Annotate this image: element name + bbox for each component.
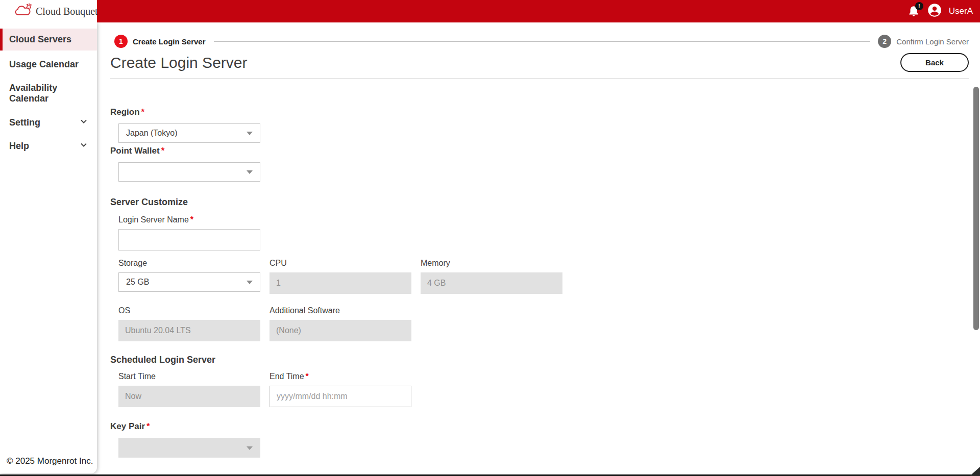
sidebar-item-usage-calendar[interactable]: Usage Calendar bbox=[0, 55, 97, 74]
required-asterisk: * bbox=[146, 421, 150, 431]
os-input bbox=[118, 320, 260, 341]
memory-input bbox=[421, 272, 562, 294]
stepper: 1 Create Login Server 2 Confirm Login Se… bbox=[110, 35, 969, 48]
end-time-input[interactable] bbox=[270, 386, 411, 407]
step-1: 1 Create Login Server bbox=[114, 35, 206, 48]
create-login-server-form: Region* Japan (Tokyo) Point Wallet* Serv… bbox=[110, 79, 969, 458]
region-label: Region* bbox=[110, 107, 969, 118]
required-asterisk: * bbox=[190, 215, 193, 224]
notification-badge: ! bbox=[915, 2, 923, 10]
sidebar-item-label: Help bbox=[9, 141, 29, 152]
login-server-name-label: Login Server Name* bbox=[118, 215, 969, 226]
sidebar-item-availability-calendar[interactable]: Availability Calendar bbox=[0, 78, 97, 108]
user-name[interactable]: UserA bbox=[949, 6, 973, 16]
sidebar-item-label: Usage Calendar bbox=[9, 59, 79, 70]
storage-label: Storage bbox=[118, 259, 260, 269]
end-time-label: End Time* bbox=[270, 372, 411, 382]
required-asterisk: * bbox=[161, 146, 165, 156]
scheduled-login-server-heading: Scheduled Login Server bbox=[110, 355, 969, 366]
chevron-down-icon bbox=[80, 117, 88, 128]
dropdown-caret-icon bbox=[247, 132, 253, 135]
key-pair-label: Key Pair* bbox=[110, 421, 969, 433]
additional-software-label: Additional Software bbox=[270, 306, 411, 316]
region-select[interactable]: Japan (Tokyo) bbox=[118, 123, 260, 143]
os-label: OS bbox=[118, 306, 260, 316]
sidebar: Cloud Servers Usage Calendar Availabilit… bbox=[0, 22, 97, 473]
bell-icon bbox=[907, 11, 920, 19]
main-content: 1 Create Login Server 2 Confirm Login Se… bbox=[97, 22, 980, 476]
notifications-button[interactable]: ! bbox=[907, 5, 920, 18]
step-1-label: Create Login Server bbox=[133, 37, 206, 46]
stepper-connector bbox=[214, 41, 870, 42]
key-pair-select bbox=[118, 438, 260, 458]
sidebar-item-help[interactable]: Help bbox=[0, 136, 97, 156]
sidebar-item-cloud-servers[interactable]: Cloud Servers bbox=[0, 29, 97, 51]
back-button[interactable]: Back bbox=[900, 53, 969, 72]
page-title: Create Login Server bbox=[110, 54, 247, 71]
dropdown-caret-icon bbox=[247, 446, 253, 450]
storage-value: 25 GB bbox=[126, 278, 149, 287]
additional-software-input bbox=[270, 320, 411, 341]
sidebar-item-label: Setting bbox=[9, 117, 40, 128]
dropdown-caret-icon bbox=[247, 281, 253, 284]
resize-grip bbox=[970, 467, 980, 476]
brand-name: Cloud Bouquet bbox=[36, 6, 98, 17]
storage-select[interactable]: 25 GB bbox=[118, 272, 260, 292]
copyright: © 2025 Morgenrot Inc. bbox=[7, 456, 93, 466]
required-asterisk: * bbox=[306, 372, 309, 381]
cpu-input bbox=[270, 272, 411, 294]
cloud-bouquet-logo-icon bbox=[13, 3, 33, 19]
point-wallet-label: Point Wallet* bbox=[110, 146, 969, 157]
avatar[interactable] bbox=[927, 3, 942, 19]
sidebar-item-label: Cloud Servers bbox=[9, 34, 71, 45]
step-2-circle: 2 bbox=[878, 35, 891, 48]
top-bar: ! UserA Cloud Bouquet bbox=[0, 0, 980, 22]
server-customize-heading: Server Customize bbox=[110, 197, 969, 208]
dropdown-caret-icon bbox=[247, 170, 253, 174]
step-2-label: Confirm Login Server bbox=[896, 37, 969, 46]
sidebar-item-label: Availability Calendar bbox=[9, 83, 88, 104]
sidebar-item-setting[interactable]: Setting bbox=[0, 113, 97, 133]
region-value: Japan (Tokyo) bbox=[126, 129, 178, 138]
start-time-input bbox=[118, 386, 260, 407]
brand-area: Cloud Bouquet bbox=[0, 0, 97, 22]
start-time-label: Start Time bbox=[118, 372, 260, 382]
chevron-down-icon bbox=[80, 141, 88, 152]
required-asterisk: * bbox=[141, 107, 145, 117]
memory-label: Memory bbox=[421, 259, 562, 269]
point-wallet-select[interactable] bbox=[118, 162, 260, 182]
login-server-name-input[interactable] bbox=[118, 229, 260, 250]
vertical-scrollbar[interactable] bbox=[973, 87, 979, 330]
cpu-label: CPU bbox=[270, 259, 411, 269]
step-1-circle: 1 bbox=[114, 35, 128, 48]
step-2: 2 Confirm Login Server bbox=[878, 35, 969, 48]
